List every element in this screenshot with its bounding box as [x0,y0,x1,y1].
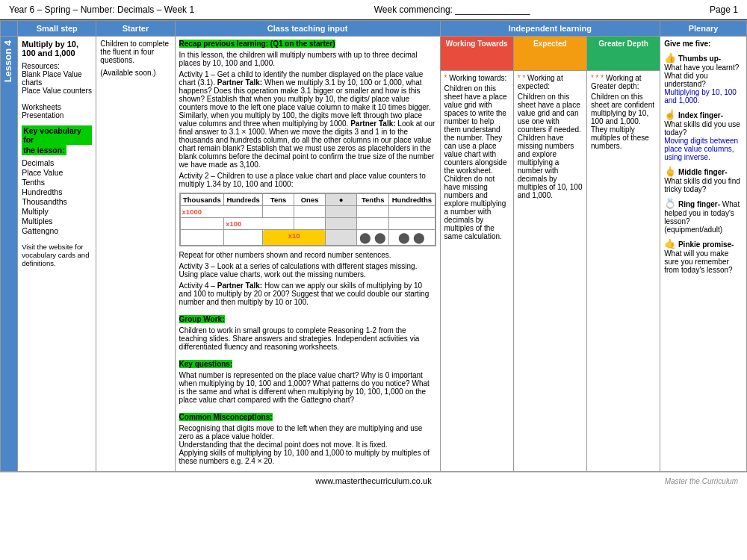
lesson-label: Lesson 4 [1,37,15,86]
vocab-list: Decimals Place Value Tenths Hundredths T… [22,158,92,235]
vocab-highlight-line2: the lesson: [22,145,66,155]
plenary-item-3: 🖕 Middle finger- What skills did you fin… [664,166,743,193]
activity3-text: Repeat for other numbers shown and recor… [179,251,436,259]
header-left: Year 6 – Spring – Number: Decimals – Wee… [9,4,194,15]
expected-header: Expected [513,37,586,71]
misconceptions-label: Common Misconceptions: [179,413,273,421]
header-center: Week commencing: _______________ [374,4,530,15]
independent-header: Independent learning [440,21,660,37]
place-value-diagram: Thousands Hundreds Tens Ones ● Tenths Hu… [179,193,436,246]
small-step-cell: Multiply by 10, 100 and 1,000 Resources:… [18,37,96,472]
starter-cell: Children to complete the fluent in four … [96,37,175,472]
small-step-title: Multiply by 10, 100 and 1,000 [22,40,92,57]
greater-depth-header: Greater Depth [586,37,660,71]
plenary-cell: Give me five: 👍 Thumbs up- What have you… [660,37,747,472]
working-towards-cell: * Working towards: Children on this shee… [440,71,513,472]
misconceptions-text: Recognising that digits move to the left… [179,424,436,465]
expected-text: Children on this sheet have a place valu… [518,93,583,199]
starter-text: Children to complete the fluent in four … [100,40,170,64]
activity1-text: Activity 1 – Get a child to identify the… [179,70,436,169]
resources-list: Blank Place Value charts Place Value cou… [22,70,92,119]
header-right: Page 1 [710,4,738,15]
resources-label: Resources: [22,62,92,70]
greater-depth-cell: * * * Working at Greater depth: Children… [586,71,660,472]
group-work-text: Children to work in small groups to comp… [179,326,436,351]
plenary-intro: Give me five: [664,40,743,48]
website-note: Visit the website for vocabulary cards a… [22,243,92,267]
class-teaching-header: Class teaching input [175,21,440,37]
key-questions-text: What number is represented on the place … [179,371,436,404]
greater-depth-text: Children on this sheet are confident mul… [591,93,656,150]
plenary-item-2: ☝ Index finger- What skills did you use … [664,109,743,161]
page-header: Year 6 – Spring – Number: Decimals – Wee… [0,0,747,20]
working-towards-header: Working Towards [440,37,513,71]
working-towards-text: Children on this sheet have a place valu… [444,84,509,240]
group-work-label: Group Work: [179,315,225,323]
key-questions-label: Key questions: [179,360,233,368]
starter-available: (Available soon.) [100,69,170,77]
page-footer: www.masterthecurriculum.co.uk Master the… [0,472,747,489]
small-step-header: Small step [18,21,96,37]
vocab-for-label: Key vocabulary for the lesson: [22,125,92,155]
activity4-text: Activity 4 – Partner Talk: How can we ap… [179,281,436,306]
activity3b-text: Activity 3 – Look at a series of calcula… [179,262,436,279]
plenary-item-4: 💍 Ring finger- What helped you in today'… [664,198,743,234]
expected-cell: * * Working at expected: Children on thi… [513,71,586,472]
plenary-item-5: 🤙 Pinkie promise- What will you make sur… [664,238,743,274]
footer-logo: Master the Curriculum [648,477,738,485]
starter-header: Starter [96,21,175,37]
footer-url: www.masterthecurriculum.co.uk [315,476,431,485]
class-teaching-cell: Recap previous learning: (Q1 on the star… [175,37,440,472]
class-intro: In this lesson, the children will multip… [179,51,436,67]
main-table: Small step Starter Class teaching input … [0,20,747,472]
vocab-highlight-line1: Key vocabulary for [22,125,92,145]
activity2-text: Activity 2 – Children to use a place val… [179,172,436,188]
lesson-label-cell: Lesson 4 [1,37,18,472]
plenary-header: Plenary [660,21,747,37]
recap-label: Recap previous learning: (Q1 on the star… [179,40,335,48]
plenary-item-1: 👍 Thumbs up- What have you learnt? What … [664,52,743,105]
lesson-col-header [1,21,18,37]
